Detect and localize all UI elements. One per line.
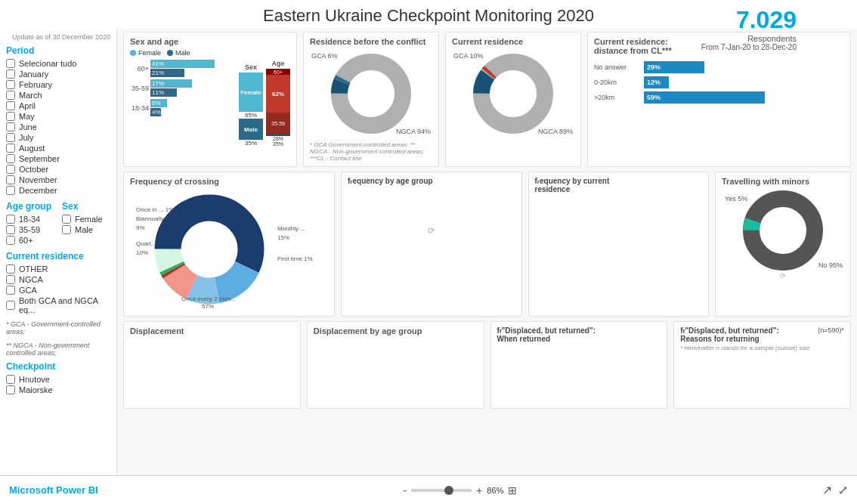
april-label: April <box>19 101 36 110</box>
sidebar-item-january[interactable]: January <box>6 70 110 79</box>
age35-bar: 35-59 <box>266 113 290 134</box>
sidebar-item-18-34[interactable]: 18-34 <box>6 215 54 224</box>
sidebar-item-february[interactable]: February <box>6 80 110 89</box>
sidebar-item-other[interactable]: OTHER <box>6 264 110 274</box>
ngca-label-current: NGCA 89% <box>538 128 573 135</box>
checkbox-both[interactable] <box>6 301 15 310</box>
checkbox-september[interactable] <box>6 154 15 163</box>
freq-residence-card: frequency by currentresidence <box>528 172 710 317</box>
displacement-age-title: Displacement by age group <box>314 326 478 335</box>
header: Eastern Ukraine Checkpoint Monitoring 20… <box>0 0 857 29</box>
checkbox-march[interactable] <box>6 91 15 100</box>
zoom-percentage: 86% <box>487 486 503 495</box>
sidebar-item-selectall[interactable]: Selecionar tudo <box>6 59 110 68</box>
sidebar-item-april[interactable]: April <box>6 101 110 110</box>
row1: Sex and age Female Male <box>123 32 851 167</box>
sex-column: Sex Female 65% Male 35% <box>239 63 263 147</box>
sidebar-item-hnutove[interactable]: Hnutove <box>6 375 110 384</box>
male-bar-35: 11% <box>150 88 177 97</box>
travelling-title: Travelling with minors <box>722 177 844 186</box>
current-residence-card: Current residence GCA 10% NGCA 89% <box>445 32 581 167</box>
age35-label: 35-59 <box>271 121 285 126</box>
dist-row-20plus: >20km 59% <box>594 91 844 104</box>
legend-male: Male <box>167 49 190 57</box>
checkbox-february[interactable] <box>6 80 15 89</box>
sidebar-item-august[interactable]: August <box>6 144 110 153</box>
sample-note: (n=590)* <box>818 326 844 334</box>
displaced-reasons-chart <box>680 351 844 397</box>
freq-residence-chart <box>535 193 703 284</box>
checkbox-ngca[interactable] <box>6 275 15 284</box>
checkbox-female[interactable] <box>62 215 71 224</box>
sidebar-item-male[interactable]: Male <box>62 225 110 234</box>
checkbox-july[interactable] <box>6 133 15 142</box>
fullscreen-icon[interactable]: ⊞ <box>508 484 517 496</box>
checkbox-december[interactable] <box>6 186 15 195</box>
displacement-age-card: Displacement by age group <box>307 321 484 409</box>
dist-label-0-20: 0-20km <box>594 79 639 86</box>
zoom-thumb[interactable] <box>444 486 453 495</box>
row2: Frequency of crossing <box>123 172 851 317</box>
sidebar-item-march[interactable]: March <box>6 91 110 100</box>
august-label: August <box>19 144 45 153</box>
sidebar-item-35-59[interactable]: 35-59 <box>6 225 54 234</box>
sidebar-item-july[interactable]: July <box>6 133 110 142</box>
sidebar-item-both[interactable]: Both GCA and NGCA eq... <box>6 296 110 314</box>
zoom-slider[interactable] <box>411 489 472 492</box>
sex-col: Sex Female Male <box>62 196 110 246</box>
age-group-title: Age group <box>6 201 54 212</box>
checkbox-november[interactable] <box>6 175 15 184</box>
checkbox-april[interactable] <box>6 101 15 110</box>
checkbox-maiorske[interactable] <box>6 385 15 394</box>
header-stat: 7.029 Respondents From 7-Jan-20 to 28-De… <box>701 6 797 51</box>
sidebar-item-gca[interactable]: GCA <box>6 286 110 295</box>
male-dot <box>167 50 173 56</box>
age60-pct: 62% <box>272 91 284 97</box>
age-sex-section: Age group 18-34 35-59 60+ Sex <box>6 196 110 246</box>
checkbox-january[interactable] <box>6 70 15 79</box>
sidebar-item-june[interactable]: June <box>6 122 110 131</box>
sidebar-item-ngca[interactable]: NGCA <box>6 275 110 284</box>
ngca-label: NGCA <box>19 275 43 284</box>
maiorske-label: Maiorske <box>19 385 53 394</box>
share-icon[interactable]: ↗ <box>822 483 832 497</box>
sidebar-item-november[interactable]: November <box>6 175 110 184</box>
checkbox-may[interactable] <box>6 112 15 121</box>
sidebar-item-october[interactable]: October <box>6 165 110 174</box>
freq-crossing-title: Frequency of crossing <box>130 177 328 186</box>
checkbox-male[interactable] <box>62 225 71 234</box>
checkbox-other[interactable] <box>6 264 15 274</box>
donut-svg-current <box>464 52 562 135</box>
displacement-age-chart <box>314 339 478 399</box>
checkbox-gca[interactable] <box>6 286 15 295</box>
age-35-59-label: 35-59 <box>19 225 40 234</box>
ngca-note: ** NGCA - Non-government controlled area… <box>6 342 110 357</box>
checkbox-18-34[interactable] <box>6 215 15 224</box>
expand-icon[interactable]: ⤢ <box>838 483 848 497</box>
displaced-when-card: ff"Displaced, but returned":When returne… <box>490 321 668 409</box>
sidebar-item-september[interactable]: September <box>6 154 110 163</box>
power-bi-logo[interactable]: Microsoft Power BI <box>9 484 98 496</box>
ngca-label-before: NGCA 94% <box>396 128 431 135</box>
checkbox-selectall[interactable] <box>6 59 15 68</box>
sidebar-item-female[interactable]: Female <box>62 215 110 224</box>
zoom-plus-button[interactable]: + <box>476 484 482 496</box>
zoom-minus-button[interactable]: - <box>403 484 407 496</box>
sidebar-item-maiorske[interactable]: Maiorske <box>6 385 110 394</box>
checkpoint-title: Checkpoint <box>6 361 110 372</box>
checkbox-october[interactable] <box>6 165 15 174</box>
checkbox-35-59[interactable] <box>6 225 15 234</box>
age60-bar-label: 60+ <box>274 70 283 75</box>
displaced-when-title: ff"Displaced, but returned":When returne… <box>497 326 661 343</box>
checkbox-60plus[interactable] <box>6 236 15 245</box>
female-pct-label: 65% <box>239 112 263 119</box>
sidebar-item-may[interactable]: May <box>6 112 110 121</box>
checkbox-hnutove[interactable] <box>6 375 15 384</box>
sidebar-item-december[interactable]: December <box>6 186 110 195</box>
age-bar-chart: 60+ 41% 21% 35-59 17% 11% <box>130 60 233 116</box>
main-content: Sex and age Female Male <box>117 29 857 475</box>
female-bar-35: 17% <box>150 79 192 88</box>
checkbox-june[interactable] <box>6 122 15 131</box>
sidebar-item-60plus[interactable]: 60+ <box>6 236 54 245</box>
checkbox-august[interactable] <box>6 144 15 153</box>
